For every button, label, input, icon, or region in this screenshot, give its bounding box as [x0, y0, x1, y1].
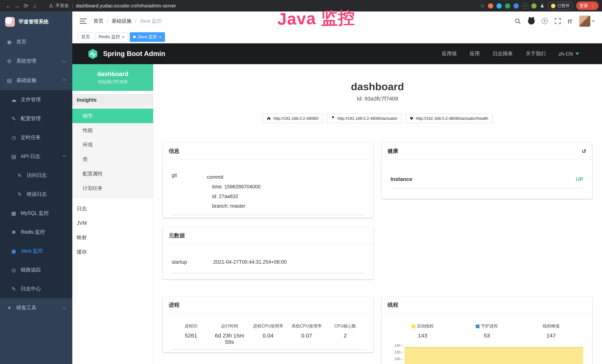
sba-title[interactable]: Spring Boot Admin [103, 50, 165, 58]
close-icon[interactable]: × [159, 35, 161, 39]
sba-locale-select[interactable]: zh-CN [559, 51, 579, 57]
sba-nav-about[interactable]: 关于我们 [526, 50, 546, 57]
github-icon[interactable] [528, 18, 535, 24]
actuator-url-link[interactable]: http://192.168.0.2:48080/actuator [326, 114, 401, 123]
health-url-link[interactable]: http://192.168.0.2:48080/actuator/health [405, 114, 492, 123]
health-status-badge: UP [576, 176, 583, 182]
tab-home[interactable]: 首页 [78, 32, 93, 42]
service-url-link[interactable]: http://192.168.0.2:48080/ [263, 114, 323, 123]
forward-icon[interactable]: → [13, 3, 22, 9]
spring-boot-admin-logo-icon[interactable] [87, 48, 99, 60]
sidebar-item-tracing[interactable]: ◎ 链路追踪 [0, 260, 72, 279]
sidebar-item-infrastructure[interactable]: ▤ 基础设施 [0, 71, 72, 90]
sidebar-item-label: 文件管理 [21, 96, 66, 103]
tab-redis-monitor[interactable]: Redis 监控 × [95, 32, 128, 42]
sidebar-item-scheduled-jobs[interactable]: ◷ 定时任务 [0, 128, 72, 147]
fullscreen-icon[interactable] [555, 18, 561, 24]
sba-menu-environment[interactable]: 环境 [72, 138, 153, 152]
extension-icon-grid[interactable] [514, 3, 519, 8]
sidebar-item-config-management[interactable]: ✎ 配置管理 [0, 109, 72, 128]
home-icon[interactable]: ⌂ [30, 3, 39, 9]
extension-icon-blue-drop[interactable] [497, 3, 502, 8]
sidebar-item-redis-monitor[interactable]: ❖ Redis 监控 [0, 223, 72, 241]
dashboard-icon: ◉ [6, 39, 13, 45]
extension-icon-pawn[interactable]: ♟ [540, 3, 544, 9]
sba-menu-logs[interactable]: 日志 [72, 201, 153, 216]
log-center-icon: ✎ [10, 286, 17, 292]
sidebar-item-mysql-monitor[interactable]: ▦ MySQL 监控 [0, 203, 72, 223]
sba-menu-caches[interactable]: 缓存 [72, 245, 153, 259]
extension-icon-on-badge[interactable]: on [522, 3, 528, 8]
back-icon[interactable]: ← [4, 3, 13, 9]
wrench-icon [331, 116, 335, 120]
sidebar-item-api-log[interactable]: ▤ API 日志 [0, 147, 72, 166]
font-size-icon[interactable]: tT [568, 18, 572, 24]
health-card-title: 健康 ↺ [382, 143, 592, 160]
layers-icon: ❖ [10, 229, 17, 235]
close-icon[interactable]: × [122, 35, 125, 39]
bookmark-star-icon[interactable]: ☆ [480, 3, 485, 9]
tab-java-monitor[interactable]: Java 监控 × [130, 32, 165, 42]
sba-nav-applications[interactable]: 应用 [470, 50, 480, 57]
search-icon[interactable] [515, 18, 521, 24]
threads-chart-plot [405, 342, 583, 364]
threads-legend: 活动线程 143 守护进程 53 线程峰值 [390, 323, 583, 339]
breadcrumb-section[interactable]: 基础设施 [112, 18, 132, 24]
sidebar-item-system[interactable]: ⚙ 系统管理 [0, 52, 72, 71]
history-icon[interactable]: ↺ [582, 148, 586, 154]
site-security[interactable]: ⚠ 不安全 [49, 3, 69, 9]
sidebar-item-label: 错误日志 [27, 191, 66, 197]
home-icon [267, 116, 271, 120]
health-instance-row[interactable]: Instance UP [390, 176, 583, 188]
info-card-title: 信息 [163, 143, 373, 160]
sba-menu-metrics[interactable]: 性能 [72, 123, 153, 138]
sba-menu-config-props[interactable]: 配置属性 [72, 167, 153, 181]
sidebar-item-home[interactable]: ◉ 首页 [0, 32, 72, 52]
sidebar-item-error-log[interactable]: ✎ 错误日志 [0, 185, 72, 203]
browser-menu-icon[interactable]: ⋮ [591, 3, 595, 8]
sidebar-item-access-log[interactable]: ✎ 访问日志 [0, 166, 72, 185]
sba-menu-scheduled-tasks[interactable]: 计划任务 [72, 181, 153, 195]
sba-menu-classes[interactable]: 类 [72, 152, 153, 167]
sidebar-item-log-center[interactable]: ✎ 日志中心 [0, 279, 72, 298]
threads-chart: 140 120 100 [390, 342, 583, 364]
tab-label: Java 监控 [138, 34, 157, 40]
sba-menu-jvm[interactable]: JVM [72, 216, 153, 230]
sba-content: dashboard Id: 93a3fc7f7409 http://192.16… [153, 64, 602, 364]
info-row-git: git commit: time: 1596289704000 id: 27aa… [172, 172, 365, 215]
metadata-card: 元数据 startup 2021-04-27T00:44:31.254+08:0… [163, 227, 373, 279]
breadcrumb-separator: / [135, 18, 137, 24]
sidebar-item-label: MySQL 监控 [21, 210, 66, 216]
git-time-line: time: 1596289704000 [207, 182, 260, 192]
extension-icon-green[interactable] [505, 3, 510, 8]
brand[interactable]: 芋道管理系统 [0, 11, 72, 32]
extension-icon-leaf[interactable] [532, 3, 537, 8]
sidebar: 芋道管理系统 ◉ 首页 ⚙ 系统管理 ▤ 基础设施 ☁ 文件管理 [0, 11, 72, 364]
sidebar-item-file-management[interactable]: ☁ 文件管理 [0, 90, 72, 109]
threads-card-title: 线程 [382, 297, 592, 314]
extension-icon-orange[interactable] [488, 3, 493, 8]
monitor-icon: ▤ [6, 77, 13, 84]
infrastructure-submenu: ☁ 文件管理 ✎ 配置管理 ◷ 定时任务 ▤ API 日志 ✎ [0, 90, 72, 298]
address-url[interactable]: dashboard.yudao.iocoder.cn/infra/admin-s… [76, 3, 176, 8]
threads-card: 线程 活动线程 143 守护进程 [382, 297, 592, 364]
database-icon: ▦ [10, 210, 17, 216]
sba-menu-mappings[interactable]: 映射 [72, 230, 153, 245]
chrome-update-button[interactable]: 更新 ⋮ [576, 1, 599, 10]
process-cpu-col: 进程CPU使用率 0.04 [249, 323, 287, 345]
instance-header[interactable]: dashboard 93a3fc7f7409 [72, 64, 153, 91]
breadcrumb-home[interactable]: 首页 [93, 18, 103, 24]
sba-nav-wallboard[interactable]: 应用墙 [442, 50, 457, 57]
tools-icon: ✦ [6, 305, 13, 311]
sba-menu-details[interactable]: 细节 [72, 109, 153, 123]
help-icon[interactable]: ? [542, 18, 548, 24]
reload-icon[interactable]: ⟳ [22, 2, 30, 9]
sba-nav-journal[interactable]: 日志报表 [493, 50, 513, 57]
process-card-title: 进程 [163, 297, 373, 314]
sidebar-item-java-monitor[interactable]: ▣ Java 监控 [0, 241, 72, 260]
avatar[interactable] [579, 16, 595, 27]
sidebar-item-dev-tools[interactable]: ✦ 研发工具 [0, 298, 72, 317]
cards-right-column: 健康 ↺ Instance UP [382, 143, 592, 364]
paused-badge[interactable]: 已暂停 [548, 2, 573, 10]
hamburger-icon[interactable] [80, 19, 87, 24]
